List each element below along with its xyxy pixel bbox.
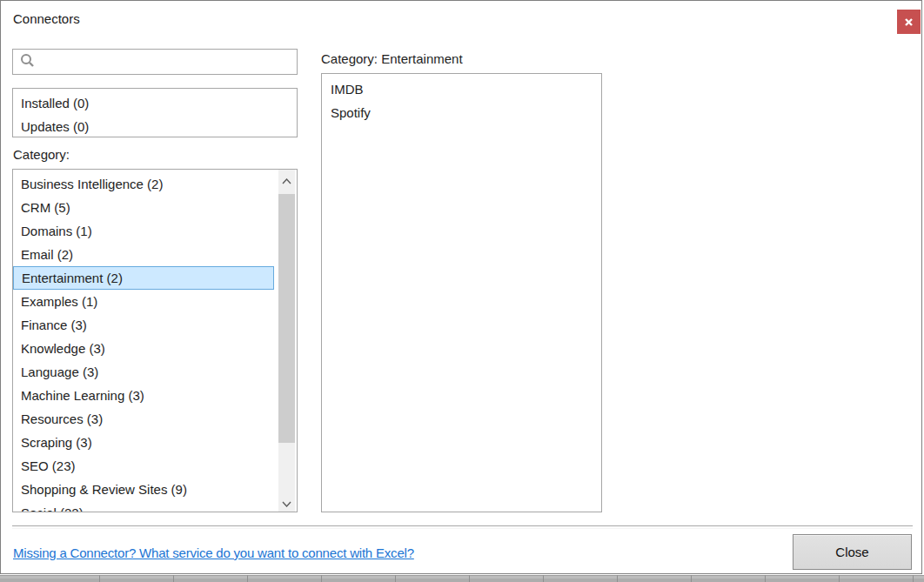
category-list: Business Intelligence (2) CRM (5) Domain… [12,169,298,512]
search-icon [13,53,35,70]
connector-list: IMDB Spotify [321,73,602,512]
search-box [12,49,298,75]
missing-connector-link[interactable]: Missing a Connector? What service do you… [13,545,414,560]
category-item[interactable]: Email (2) [13,243,274,266]
category-item[interactable]: Social (22) [13,501,274,512]
category-item[interactable]: SEO (23) [13,454,274,478]
scrollbar-thumb[interactable] [278,194,295,443]
category-item[interactable]: Finance (3) [13,313,274,337]
excel-grid-background [0,575,924,582]
list-item-installed[interactable]: Installed (0) [13,91,297,115]
category-item[interactable]: Machine Learning (3) [13,384,274,407]
connector-item-spotify[interactable]: Spotify [322,101,601,124]
category-item[interactable]: Scraping (3) [13,431,274,454]
category-item[interactable]: Business Intelligence (2) [13,172,274,196]
detail-category-header: Category: Entertainment [321,51,463,66]
connectors-dialog: Connectors Installed (0) Updates (0) [0,0,922,574]
category-item[interactable]: Examples (1) [13,290,274,313]
category-item[interactable]: Knowledge (3) [13,337,274,360]
connectors-dialog-screen: Connectors Installed (0) Updates (0) [0,0,924,582]
connector-item-imdb[interactable]: IMDB [322,77,601,101]
category-item[interactable]: Resources (3) [13,407,274,431]
category-list-scrollbar[interactable] [278,170,295,512]
category-label: Category: [13,147,70,162]
list-item-updates[interactable]: Updates (0) [13,115,297,138]
dialog-close-button[interactable] [897,10,921,34]
category-item[interactable]: Language (3) [13,360,274,384]
chevron-up-icon [282,172,291,187]
chevron-down-icon [282,495,291,510]
dialog-title: Connectors [13,11,80,26]
scroll-down-button[interactable] [278,492,295,512]
close-button[interactable]: Close [793,534,912,570]
install-updates-list: Installed (0) Updates (0) [12,88,298,137]
category-item[interactable]: CRM (5) [13,196,274,219]
close-button-label: Close [835,545,868,559]
close-icon [904,17,914,27]
footer-separator [12,525,913,529]
scroll-up-button[interactable] [278,170,295,189]
category-item[interactable]: Domains (1) [13,219,274,243]
category-item[interactable]: Shopping & Review Sites (9) [13,478,274,501]
search-input[interactable] [40,49,297,75]
category-item-selected[interactable]: Entertainment (2) [13,266,274,290]
